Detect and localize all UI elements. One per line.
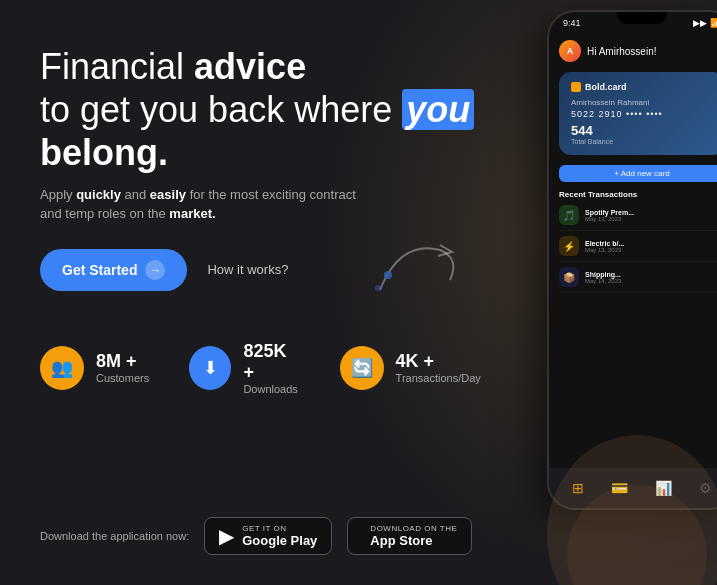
phone-notch <box>617 12 667 24</box>
subtitle-apply: Apply <box>40 187 76 202</box>
google-play-icon: ▶ <box>219 524 234 548</box>
subtitle-market: market. <box>169 206 215 221</box>
card-holder: Amirhossein Rahmani <box>571 98 713 107</box>
spotify-date: May 13, 2023 <box>585 216 634 222</box>
shipping-name: Shipping... <box>585 271 621 278</box>
spotify-info: Spotify Prem... May 13, 2023 <box>585 209 634 222</box>
app-store-top: Download on the <box>370 524 457 533</box>
phone-icons: ▶▶ 📶 <box>693 18 717 28</box>
transaction-shipping: 📦 Shipping... May 14, 2023 <box>559 267 717 293</box>
card-number: 5022 2910 •••• •••• <box>571 109 713 119</box>
add-card-button[interactable]: + Add new card <box>559 165 717 182</box>
customers-number: 8M + <box>96 351 149 372</box>
title-belong: belong. <box>40 132 168 173</box>
card-widget: Bold.card Amirhossein Rahmani 5022 2910 … <box>559 72 717 155</box>
card-brand-name: Bold.card <box>585 82 627 92</box>
shipping-date: May 14, 2023 <box>585 278 621 284</box>
swirl-decoration <box>370 230 460 300</box>
electric-date: May 13, 2023 <box>585 247 624 253</box>
avatar: A <box>559 40 581 62</box>
title-you: you <box>402 89 474 130</box>
download-label: Download the application now: <box>40 530 189 542</box>
hero-title: Financial advice to get you back where y… <box>40 45 520 175</box>
phone-bottom-bar: ⊞ 💳 📊 ⚙ <box>549 468 717 508</box>
chart-icon[interactable]: 📊 <box>655 480 672 496</box>
google-play-top: GET IT ON <box>242 524 317 533</box>
downloads-label: Downloads <box>243 383 299 395</box>
left-panel: Financial advice to get you back where y… <box>0 0 560 585</box>
home-icon[interactable]: ⊞ <box>572 480 584 496</box>
google-play-name: Google Play <box>242 533 317 548</box>
downloads-number: 825K + <box>243 341 299 383</box>
phone-time: 9:41 <box>563 18 581 28</box>
transactions-text: 4K + Transactions/Day <box>396 351 481 384</box>
subtitle-easily: easily <box>150 187 186 202</box>
app-store-badge[interactable]: Download on the App Store <box>347 517 472 555</box>
greeting-text: Hi Amirhossein! <box>587 46 656 57</box>
app-store-text: Download on the App Store <box>370 524 457 548</box>
downloads-text: 825K + Downloads <box>243 341 299 395</box>
card-balance-label: Total Balance <box>571 138 713 145</box>
transactions-icon: 🔄 <box>340 346 384 390</box>
card-brand-dot <box>571 82 581 92</box>
get-started-label: Get Started <box>62 262 137 278</box>
shipping-icon: 📦 <box>559 267 579 287</box>
add-card-label: + Add new card <box>614 169 669 178</box>
transactions-label: Transactions/Day <box>396 372 481 384</box>
transaction-spotify: 🎵 Spotify Prem... May 13, 2023 <box>559 205 717 231</box>
spotify-icon: 🎵 <box>559 205 579 225</box>
subtitle-quickly: quickly <box>76 187 121 202</box>
title-line2: to get you back where <box>40 89 402 130</box>
hero-subtitle: Apply quickly and easily for the most ex… <box>40 185 360 224</box>
electric-info: Electric b/... May 13, 2023 <box>585 240 624 253</box>
spotify-name: Spotify Prem... <box>585 209 634 216</box>
how-it-works-link[interactable]: How it works? <box>207 262 288 277</box>
customers-icon: 👥 <box>40 346 84 390</box>
stats-row: 👥 8M + Customers ⬇ 825K + Downloads 🔄 4K… <box>40 341 520 395</box>
right-panel: 9:41 ▶▶ 📶 A Hi Amirhossein! Bold.card Am… <box>537 0 717 585</box>
stat-downloads: ⬇ 825K + Downloads <box>189 341 299 395</box>
svg-point-1 <box>375 285 381 291</box>
app-store-name: App Store <box>370 533 457 548</box>
phone-content: A Hi Amirhossein! Bold.card Amirhossein … <box>549 32 717 306</box>
subtitle-and: and <box>121 187 150 202</box>
download-row: Download the application now: ▶ GET IT O… <box>40 517 520 555</box>
downloads-icon: ⬇ <box>189 346 231 390</box>
customers-label: Customers <box>96 372 149 384</box>
title-advice: advice <box>194 46 306 87</box>
phone-greeting: A Hi Amirhossein! <box>559 40 717 62</box>
stat-customers: 👥 8M + Customers <box>40 346 149 390</box>
phone-mockup: 9:41 ▶▶ 📶 A Hi Amirhossein! Bold.card Am… <box>547 10 717 510</box>
google-play-badge[interactable]: ▶ GET IT ON Google Play <box>204 517 332 555</box>
shipping-info: Shipping... May 14, 2023 <box>585 271 621 284</box>
arrow-icon: → <box>145 260 165 280</box>
transaction-electric: ⚡ Electric b/... May 13, 2023 <box>559 236 717 262</box>
get-started-button[interactable]: Get Started → <box>40 249 187 291</box>
google-play-text: GET IT ON Google Play <box>242 524 317 548</box>
main-container: Financial advice to get you back where y… <box>0 0 717 585</box>
card-brand: Bold.card <box>571 82 713 92</box>
customers-text: 8M + Customers <box>96 351 149 384</box>
settings-icon[interactable]: ⚙ <box>699 480 712 496</box>
electric-name: Electric b/... <box>585 240 624 247</box>
recent-transactions-title: Recent Transactions <box>559 190 717 199</box>
card-balance-value: 544 <box>571 123 713 138</box>
svg-point-0 <box>384 271 392 279</box>
electric-icon: ⚡ <box>559 236 579 256</box>
stat-transactions: 🔄 4K + Transactions/Day <box>340 346 481 390</box>
title-financial: Financial <box>40 46 194 87</box>
wallet-icon[interactable]: 💳 <box>611 480 628 496</box>
transactions-number: 4K + <box>396 351 481 372</box>
